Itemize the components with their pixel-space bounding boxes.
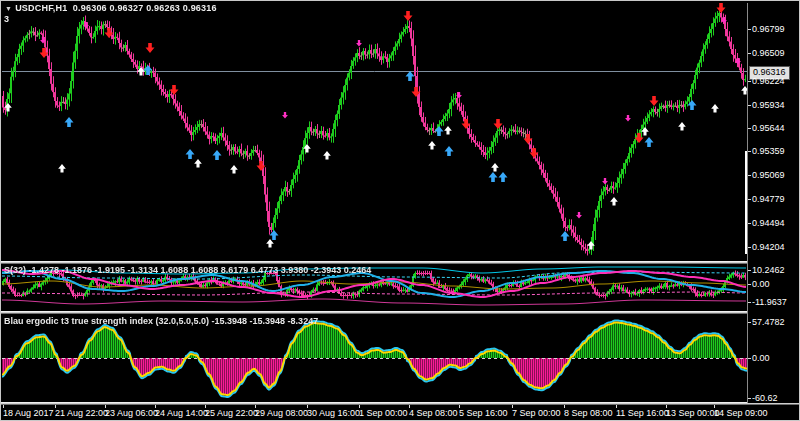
chart-dropdown-icon[interactable]: ▼ [5,5,12,12]
splitter-squeeze-tsi[interactable] [1,311,800,314]
squeeze-scale-label-tick [748,302,751,303]
time-axis-label: 25 Aug 22:00 [205,408,258,418]
time-axis-label: 1 Sep 00:00 [359,408,408,418]
time-axis-label: 7 Sep 00:00 [512,408,561,418]
time-axis-label: 18 Aug 2017 [3,408,54,418]
squeeze-scale-label: 0.00 [752,279,770,289]
price-axis-label-tick [748,175,751,176]
time-axis[interactable]: 18 Aug 201721 Aug 22:0023 Aug 06:0024 Au… [1,405,800,421]
time-axis-label: 11 Sep 16:00 [616,408,669,418]
price-axis-label: 0.96224 [752,76,785,86]
main-price-chart[interactable] [2,3,747,261]
tsi-scale-label-tick [748,398,751,399]
price-axis-label: 0.96509 [752,48,785,58]
price-axis-label: 0.96799 [752,24,785,34]
squeeze-scale-label: -11.9637 [752,297,787,307]
symbol-timeframe-label: USDCHF,H1 [15,3,67,13]
price-axis-label-tick [748,247,751,248]
tsi-scale-label: -60.62 [752,393,778,403]
time-axis-label: 23 Aug 06:00 [105,408,158,418]
price-axis-label-tick [748,151,751,152]
axis-highlight-bar [745,151,747,254]
chart-title: ▼USDCHF,H1 0.96306 0.96327 0.96263 0.963… [5,3,217,13]
price-axis-label-tick [748,105,751,106]
time-axis-label: 29 Aug 08:00 [255,408,308,418]
price-axis-label-tick [748,223,751,224]
tsi-indicator-chart[interactable] [2,314,747,403]
price-axis[interactable]: 0.96316 0.967990.965090.962240.959340.95… [748,3,800,403]
price-axis-label-tick [748,199,751,200]
time-axis-label: 5 Sep 16:00 [459,408,508,418]
price-axis-label: 0.94779 [752,194,785,204]
tsi-scale-label: 57.4782 [752,317,785,327]
price-axis-label-tick [748,81,751,82]
price-axis-label: 0.95934 [752,100,785,110]
tsi-scale-label: 0.00 [752,353,770,363]
price-axis-label: 0.94494 [752,218,785,228]
squeeze-scale-label: 10.2462 [752,265,785,275]
squeeze-scale-label-tick [748,284,751,285]
time-axis-label: 24 Aug 14:00 [155,408,208,418]
splitter-main-squeeze[interactable] [1,261,800,264]
time-axis-label: 13 Sep 00:00 [666,408,720,418]
tsi-indicator-label: Blau ergodic t3 true strength index (32.… [4,316,318,326]
ohlc-values: 0.96306 0.96327 0.96263 0.96316 [73,3,217,13]
tsi-scale-label-tick [748,358,751,359]
squeeze-indicator-label: S(32) -1.4278 -1.1876 -1.9195 -1.3134 1.… [4,265,371,275]
price-axis-label: 0.94204 [752,242,785,252]
time-axis-label: 14 Sep 09:00 [714,408,768,418]
tsi-scale-label-tick [748,322,751,323]
mt4-chart-window: ▼USDCHF,H1 0.96306 0.96327 0.96263 0.963… [0,0,800,421]
time-axis-label: 4 Sep 08:00 [409,408,458,418]
squeeze-scale-label-tick [748,270,751,271]
indicator-overlay-number: 3 [4,14,9,24]
time-axis-label: 21 Aug 22:00 [55,408,108,418]
time-axis-label: 8 Sep 08:00 [564,408,613,418]
price-axis-label: 0.95069 [752,170,785,180]
price-axis-label-tick [748,53,751,54]
price-axis-label: 0.95359 [752,146,785,156]
time-axis-label: 30 Aug 16:00 [307,408,360,418]
price-axis-label: 0.95644 [752,123,785,133]
price-axis-label-tick [748,128,751,129]
price-axis-label-tick [748,29,751,30]
